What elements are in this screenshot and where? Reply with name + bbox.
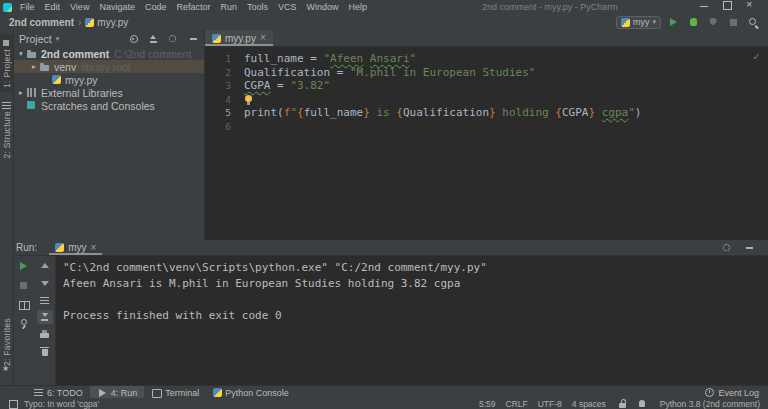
stop-icon [728, 17, 739, 28]
coverage-icon [708, 17, 719, 28]
run-configuration-select[interactable]: myy [616, 16, 661, 29]
menu-vcs[interactable]: VCS [273, 0, 302, 14]
pin-tab-icon[interactable] [16, 316, 32, 330]
menu-code[interactable]: Code [140, 0, 172, 14]
settings-icon [722, 242, 733, 253]
soft-wrap-icon [39, 295, 50, 306]
debug-icon[interactable] [686, 15, 700, 29]
inspections-ok-icon[interactable] [753, 50, 761, 64]
stop-icon[interactable] [726, 15, 740, 29]
chevron-right-icon[interactable] [16, 88, 26, 97]
code-token: holding [496, 106, 556, 119]
line-number[interactable]: 5 [205, 106, 238, 120]
select-opened-file-icon[interactable] [126, 32, 140, 46]
file-encoding[interactable]: UTF-8 [538, 399, 562, 409]
inspections-profile-icon [637, 398, 648, 409]
minimize-button[interactable] [699, 0, 722, 14]
console-output[interactable]: "C:\2nd comment\venv\Scripts\python.exe"… [56, 256, 768, 385]
restore-layout-icon [18, 299, 29, 310]
down-stack-trace-icon[interactable] [37, 276, 53, 290]
stripe-1-project[interactable]: 1: Project [0, 34, 13, 92]
code-editor[interactable]: 1full_name = "Afeen Ansari"2Qualificatio… [205, 47, 768, 240]
close-tab-icon[interactable] [90, 243, 96, 253]
interpreter-name[interactable]: Python 3.8 (2nd comment) [660, 399, 760, 409]
menu-refactor[interactable]: Refactor [171, 0, 215, 14]
readonly-lock-icon[interactable] [616, 397, 630, 409]
stripe-2-structure[interactable]: 2: Structure [0, 96, 13, 163]
project-header-icons [126, 32, 200, 46]
tree-item-scratches-and-consoles[interactable]: Scratches and Consoles [13, 99, 204, 112]
run-icon[interactable] [666, 15, 680, 29]
collapse-all-icon [148, 33, 159, 44]
menu-file[interactable]: File [15, 0, 40, 14]
indent-setting[interactable]: 4 spaces [572, 399, 606, 409]
line-number[interactable]: 6 [205, 120, 238, 134]
rerun-icon[interactable] [16, 259, 32, 273]
settings-icon[interactable] [720, 241, 734, 255]
tool-btn-label: 4: Run [111, 388, 138, 398]
tree-item-myy-py[interactable]: myy.py [13, 73, 204, 86]
collapse-all-icon[interactable] [146, 32, 160, 46]
chevron-down-icon [56, 35, 60, 43]
tree-item-venv[interactable]: venvlibrary root [13, 60, 204, 73]
menu-run[interactable]: Run [215, 0, 242, 14]
code-text: CGPA = "3.82" [244, 79, 330, 93]
line-separator[interactable]: CRLF [506, 399, 528, 409]
code-token: } [489, 106, 496, 119]
menu-help[interactable]: Help [344, 0, 373, 14]
settings-icon[interactable] [166, 32, 180, 46]
project-panel-title[interactable]: Project [19, 33, 52, 45]
hide-icon [744, 242, 755, 253]
inspections-profile-icon[interactable] [636, 397, 650, 409]
clear-all-icon[interactable] [37, 344, 53, 358]
editor-tab-myy-py[interactable]: myy.py [205, 30, 273, 46]
code-token: Ansari [370, 52, 410, 65]
stop-icon[interactable] [16, 278, 32, 292]
library-icon [26, 87, 37, 98]
tree-item-2nd-comment[interactable]: 2nd commentC:\2nd comment [13, 47, 204, 60]
caret-position[interactable]: 5:59 [479, 399, 496, 409]
menu-edit[interactable]: Edit [40, 0, 66, 14]
hide-icon[interactable] [186, 32, 200, 46]
navigation-bar: 2nd comment myy.py myy [0, 14, 768, 31]
menu-view[interactable]: View [65, 0, 94, 14]
python-file-icon [85, 18, 94, 27]
maximize-button[interactable] [722, 0, 745, 14]
debug-icon [688, 17, 699, 28]
breadcrumb-file-item[interactable]: myy.py [85, 17, 128, 28]
line-number[interactable]: 2 [205, 66, 238, 80]
close-button[interactable] [745, 0, 768, 14]
search-everywhere-icon[interactable] [746, 15, 760, 29]
close-tab-icon[interactable] [260, 33, 266, 43]
line-number[interactable]: 3 [205, 79, 238, 93]
terminal-icon [151, 387, 162, 398]
chevron-down-icon[interactable] [16, 49, 26, 58]
menu-window[interactable]: Window [302, 0, 344, 14]
scratches-icon [26, 100, 37, 111]
code-token: CGPA [562, 106, 589, 119]
up-stack-trace-icon[interactable] [37, 259, 53, 273]
line-number[interactable]: 4 [205, 93, 238, 107]
tree-item-label: Scratches and Consoles [41, 100, 155, 112]
project-tree: 2nd commentC:\2nd commentvenvlibrary roo… [13, 47, 204, 112]
close-icon [745, 0, 756, 11]
code-token: is [370, 106, 397, 119]
soft-wrap-icon[interactable] [37, 293, 53, 307]
coverage-icon[interactable] [706, 15, 720, 29]
stop-icon [18, 280, 29, 291]
run-tab-myy[interactable]: myy [49, 240, 102, 255]
hide-icon[interactable] [742, 241, 756, 255]
status-message[interactable]: Typo: In word 'cgpa' [24, 399, 99, 409]
scroll-to-end-icon[interactable] [37, 310, 53, 324]
chevron-down-icon [652, 18, 656, 26]
tree-item-external-libraries[interactable]: External Libraries [13, 86, 204, 99]
line-number[interactable]: 1 [205, 52, 238, 66]
menu-navigate[interactable]: Navigate [94, 0, 140, 14]
restore-layout-icon[interactable] [16, 297, 32, 311]
print-icon[interactable] [37, 327, 53, 341]
breadcrumb-project[interactable]: 2nd comment [9, 17, 74, 28]
menu-tools[interactable]: Tools [242, 0, 273, 14]
project-panel-header: Project [13, 30, 204, 47]
chevron-right-icon[interactable] [29, 62, 39, 71]
stripe-2-favorites[interactable]: 2: Favorites [0, 314, 13, 379]
